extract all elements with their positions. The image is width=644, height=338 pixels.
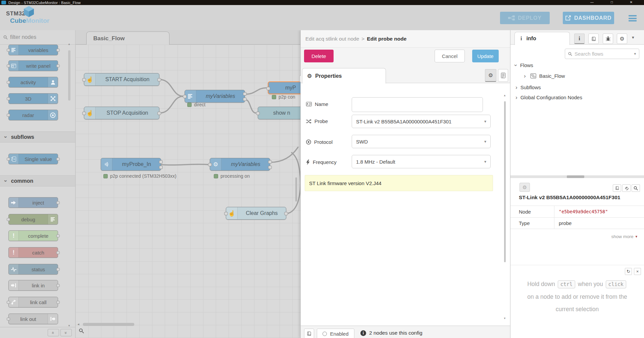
output-port[interactable] <box>268 166 272 169</box>
output-port[interactable] <box>268 160 272 164</box>
tray-scrollbar[interactable] <box>504 101 506 262</box>
palette-node-activity[interactable]: activity <box>8 77 58 88</box>
probe-select[interactable]: ST-Link v2 B55B5A1A00000000A451F301 ▾ <box>352 115 491 128</box>
palette-node-link-call[interactable]: link call <box>8 297 58 307</box>
sidebar-config-button[interactable]: ⚙ <box>617 34 627 44</box>
node-clear-graphs[interactable]: ☝ Clear Graphs <box>226 207 286 220</box>
palette-node-debug[interactable]: debug <box>8 214 58 225</box>
output-port[interactable] <box>159 166 163 169</box>
node-start-acquisition[interactable]: ☝ START Acquisition <box>84 73 159 86</box>
palette-scrollbar[interactable]: ▲ ▼ <box>68 46 71 325</box>
node-help-button[interactable] <box>304 329 314 338</box>
input-port[interactable] <box>224 212 228 215</box>
palette-filter-input[interactable] <box>10 34 64 40</box>
palette-collapse-all-button[interactable]: « <box>48 329 59 336</box>
input-port[interactable] <box>208 163 212 166</box>
node-myprobe-out-selected[interactable]: myP <box>268 81 300 94</box>
breadcrumb-parent[interactable]: Edit acq stlink out node <box>305 36 359 42</box>
input-port[interactable] <box>82 78 86 81</box>
input-port[interactable] <box>82 112 86 115</box>
scroll-up-icon[interactable]: ▲ <box>68 43 70 46</box>
search-flows-input[interactable] <box>575 51 625 57</box>
maximize-icon[interactable]: □ <box>611 0 613 4</box>
palette-node-complete[interactable]: ! complete <box>8 230 58 241</box>
tree-item-global-config[interactable]: › Global Configuration Nodes <box>515 95 582 100</box>
port[interactable] <box>56 201 60 204</box>
port[interactable] <box>56 301 60 304</box>
details-link-button[interactable] <box>622 184 631 192</box>
minimize-icon[interactable]: — <box>590 0 594 4</box>
palette-node-link-in[interactable]: link in <box>8 280 58 291</box>
palette-node-status[interactable]: status <box>8 264 58 275</box>
node-myprobe-in[interactable]: myProbe_In <box>101 158 161 171</box>
sidebar-help-button[interactable] <box>588 34 599 44</box>
port[interactable] <box>7 114 10 117</box>
scroll-left-icon[interactable]: ◄ <box>77 323 80 326</box>
tree-item-flows[interactable]: › Flows <box>515 62 533 68</box>
palette-node-inject[interactable]: inject <box>8 197 58 208</box>
flow-workspace[interactable]: ☝ START Acquisition ☝ STOP Acquisition m… <box>76 45 300 338</box>
main-menu-button[interactable] <box>629 15 637 21</box>
dashboard-button[interactable]: DASHBOARD <box>563 12 614 24</box>
frequency-select[interactable]: 1.8 MHz - Default ▾ <box>352 155 491 168</box>
port[interactable] <box>7 301 10 304</box>
tab-info[interactable]: i info <box>514 32 570 45</box>
palette-section-common[interactable]: › common <box>0 175 75 186</box>
port[interactable] <box>56 158 60 161</box>
port[interactable] <box>7 64 10 67</box>
output-port[interactable] <box>157 112 161 115</box>
name-input[interactable] <box>352 97 483 112</box>
port[interactable] <box>56 64 60 67</box>
palette-node-catch[interactable]: ! catch <box>8 247 58 258</box>
palette-node-single-value[interactable]: Single value <box>8 154 58 164</box>
node-myvariables-bottom[interactable]: ⚙ myVariables <box>210 158 270 171</box>
tree-item-subflows[interactable]: › Subflows <box>515 84 541 90</box>
output-port[interactable] <box>284 212 288 215</box>
port[interactable] <box>56 49 60 52</box>
update-button[interactable]: Update <box>472 50 499 62</box>
port[interactable] <box>7 318 10 321</box>
sidebar-splitter[interactable] <box>510 175 644 178</box>
palette-section-subflows[interactable]: › subflows <box>0 131 75 143</box>
port[interactable] <box>7 81 10 84</box>
tab-basic-flow[interactable]: Basic_Flow <box>86 32 169 45</box>
sidebar-info-button[interactable]: i <box>574 34 585 44</box>
input-port[interactable] <box>183 95 187 98</box>
enabled-toggle-button[interactable]: Enabled <box>317 329 354 338</box>
port[interactable] <box>7 49 10 52</box>
port[interactable] <box>56 284 60 287</box>
node-config-gear-button[interactable]: ⚙ <box>519 183 530 192</box>
tab-properties[interactable]: ⚙ Properties <box>302 68 386 83</box>
output-port[interactable] <box>157 78 161 81</box>
delete-button[interactable]: Delete <box>304 50 334 62</box>
canvas-search-icon[interactable] <box>79 328 84 333</box>
output-port[interactable] <box>243 92 247 96</box>
node-myvariables-top[interactable]: myVariables <box>185 90 245 103</box>
details-search-button[interactable] <box>632 184 640 192</box>
node-stop-acquisition[interactable]: ☝ STOP Acquisition <box>84 107 159 119</box>
palette-node-radar[interactable]: radar <box>8 110 58 120</box>
input-port[interactable] <box>266 87 270 90</box>
port[interactable] <box>56 234 60 237</box>
close-icon[interactable]: ✕ <box>630 0 633 4</box>
port[interactable] <box>7 97 10 100</box>
palette-expand-all-button[interactable]: » <box>60 329 72 336</box>
deploy-button[interactable]: DEPLOY <box>500 12 550 24</box>
edit-properties-button[interactable]: ⚙ <box>485 69 496 82</box>
palette-node-link-out[interactable]: link out <box>8 314 58 324</box>
output-port[interactable] <box>243 98 247 101</box>
cancel-button[interactable]: Cancel <box>435 50 465 62</box>
scroll-down-icon[interactable]: ▼ <box>503 317 506 320</box>
horizontal-scrollbar[interactable] <box>83 323 134 326</box>
splitter-grip[interactable] <box>567 175 584 178</box>
search-flows-box[interactable]: ▾ <box>565 49 639 59</box>
port[interactable] <box>7 218 10 221</box>
port[interactable] <box>7 158 10 161</box>
palette-node-variables[interactable]: variables <box>8 45 58 55</box>
protocol-select[interactable]: SWD ▾ <box>352 135 491 148</box>
input-port[interactable] <box>256 112 260 115</box>
port[interactable] <box>56 251 60 254</box>
palette-node-write-panel[interactable]: write panel <box>8 60 58 71</box>
close-tip-button[interactable]: × <box>634 268 641 275</box>
tree-item-basic-flow[interactable]: › Basic_Flow <box>524 73 565 79</box>
